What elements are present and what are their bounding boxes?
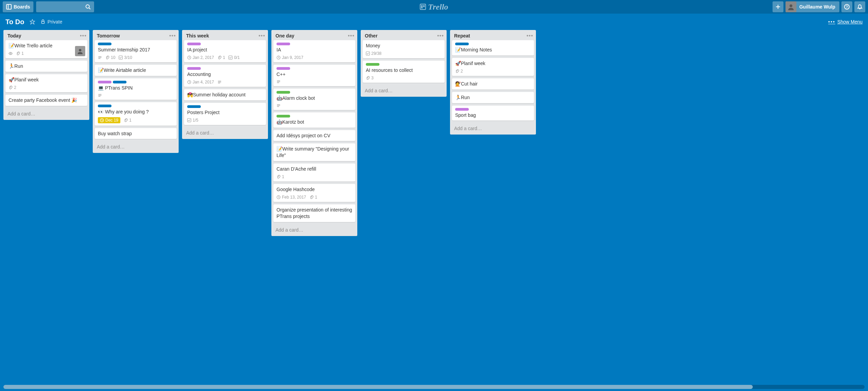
list: Tomorrow•••Summer Internship 2017103/10📝… <box>93 30 179 153</box>
card[interactable]: C++ <box>273 65 355 86</box>
list-title[interactable]: Today <box>8 33 21 38</box>
label-purple[interactable] <box>98 81 111 83</box>
add-card-button[interactable]: Add a card… <box>271 224 357 236</box>
card[interactable]: 🤖Alarm clock bot <box>273 89 355 110</box>
star-icon <box>30 19 35 25</box>
scrollbar-thumb[interactable] <box>3 385 753 389</box>
card[interactable]: 🚀Planif week2 <box>452 58 534 76</box>
card[interactable]: 🚀Planif week2 <box>5 74 87 92</box>
label-blue[interactable] <box>455 43 469 45</box>
label-blue[interactable] <box>98 43 111 45</box>
add-card-button[interactable]: Add a card… <box>3 108 89 120</box>
trello-logo[interactable]: Trello <box>420 2 448 12</box>
label-blue[interactable] <box>187 105 201 108</box>
label-purple[interactable] <box>187 43 201 45</box>
list: Today•••📝Write Trello article1🏃Run🚀Plani… <box>3 30 89 120</box>
label-blue[interactable] <box>113 81 126 83</box>
card[interactable]: Add Idésys project on CV <box>273 130 355 141</box>
card[interactable]: Create party Facebook event 🎉 <box>5 95 87 106</box>
list-title[interactable]: This week <box>186 33 209 38</box>
card-title: Caran D'Ache refill <box>276 166 352 172</box>
user-menu[interactable]: Guillaume Wulp <box>785 1 839 12</box>
list-title[interactable]: Tomorrow <box>97 33 120 38</box>
card[interactable]: Google HashcodeFeb 13, 20171 <box>273 184 355 202</box>
card[interactable]: Organize presentation of interesting PTr… <box>273 204 355 222</box>
list-title[interactable]: One day <box>275 33 294 38</box>
svg-rect-0 <box>6 4 11 9</box>
card-labels <box>455 108 531 111</box>
card[interactable]: Caran D'Ache refill1 <box>273 163 355 182</box>
show-menu-button[interactable]: ••• Show Menu <box>828 19 863 25</box>
add-button[interactable] <box>773 1 783 12</box>
label-purple[interactable] <box>455 108 469 111</box>
card[interactable]: 👀 Why are you doing ?Dec 191 <box>95 102 177 126</box>
add-card-button[interactable]: Add a card… <box>182 127 268 139</box>
privacy-indicator[interactable]: Private <box>41 19 62 25</box>
label-purple[interactable] <box>187 67 201 70</box>
card-badges: 2 <box>9 85 84 90</box>
list-title[interactable]: Other <box>365 33 377 38</box>
list-header: This week••• <box>182 30 268 40</box>
card[interactable]: 📝Write Trello article1 <box>5 40 87 58</box>
card[interactable]: Buy watch strap <box>95 128 177 139</box>
list-menu-button[interactable]: ••• <box>348 33 355 39</box>
board-canvas[interactable]: Today•••📝Write Trello article1🏃Run🚀Plani… <box>0 30 868 387</box>
label-purple[interactable] <box>276 43 290 45</box>
card[interactable]: 💻 PTrans SPIN <box>95 78 177 100</box>
card[interactable]: IAJan 9, 2017 <box>273 40 355 62</box>
list-header: Repeat••• <box>450 30 536 40</box>
card[interactable]: 🏃Run <box>5 61 87 72</box>
card[interactable]: Posters Project1/5 <box>184 103 266 125</box>
card[interactable]: 💏Summer holiday account <box>184 89 266 100</box>
list-title[interactable]: Repeat <box>454 33 470 38</box>
add-card-button[interactable]: Add a card… <box>450 123 536 135</box>
svg-rect-27 <box>188 118 191 122</box>
list: Other•••Money29/38AI resources to collec… <box>361 30 447 97</box>
card-badges: Jan 9, 2017 <box>276 55 352 60</box>
list-menu-button[interactable]: ••• <box>80 33 87 39</box>
list: One day•••IAJan 9, 2017C++🤖Alarm clock b… <box>271 30 357 236</box>
board-title[interactable]: To Do <box>5 18 24 26</box>
list-cards: IA projectJan 2, 201710/1AccountingJan 4… <box>182 40 268 127</box>
add-card-button[interactable]: Add a card… <box>93 141 179 153</box>
card[interactable]: AI resources to collect3 <box>363 61 445 83</box>
horizontal-scrollbar[interactable] <box>3 385 865 389</box>
card[interactable]: 📝Morning Notes <box>452 40 534 56</box>
label-green[interactable] <box>276 91 290 94</box>
card[interactable]: 🏃Run <box>452 92 534 103</box>
card[interactable]: Summer Internship 2017103/10 <box>95 40 177 62</box>
card-labels <box>98 105 174 107</box>
list-menu-button[interactable]: ••• <box>169 33 176 39</box>
card[interactable]: 📝Write summary "Designing your Life" <box>273 143 355 161</box>
list-menu-button[interactable]: ••• <box>526 33 533 39</box>
show-menu-label: Show Menu <box>837 19 863 25</box>
label-green[interactable] <box>276 115 290 118</box>
add-card-button[interactable]: Add a card… <box>361 85 447 97</box>
card[interactable]: 📝Write Airtable article <box>95 65 177 76</box>
label-green[interactable] <box>366 63 379 66</box>
notifications-button[interactable] <box>854 1 865 12</box>
search-input[interactable] <box>36 1 94 12</box>
date-badge: Jan 4, 2017 <box>187 80 214 84</box>
card[interactable]: Money29/38 <box>363 40 445 58</box>
card-title: 📝Write summary "Designing your Life" <box>276 146 352 159</box>
card[interactable]: Sport bag <box>452 106 534 121</box>
card[interactable]: 💇Cut hair <box>452 78 534 90</box>
list-menu-button[interactable]: ••• <box>437 33 444 39</box>
list: This week•••IA projectJan 2, 201710/1Acc… <box>182 30 268 139</box>
info-button[interactable]: ? <box>841 1 852 12</box>
boards-label: Boards <box>14 4 30 10</box>
card[interactable]: AccountingJan 4, 2017 <box>184 65 266 87</box>
label-purple[interactable] <box>276 67 290 70</box>
label-blue[interactable] <box>98 105 111 107</box>
list-menu-button[interactable]: ••• <box>258 33 265 39</box>
logo-text: Trello <box>428 2 448 12</box>
ellipsis-icon: ••• <box>828 19 835 25</box>
card[interactable]: 🤖Karotz bot <box>273 112 355 128</box>
star-button[interactable] <box>30 19 35 25</box>
card[interactable]: IA projectJan 2, 201710/1 <box>184 40 266 62</box>
card-title: 💏Summer holiday account <box>187 92 263 98</box>
member-avatar[interactable] <box>75 46 85 56</box>
boards-button[interactable]: Boards <box>3 1 33 12</box>
checklist-badge: 0/1 <box>228 55 240 60</box>
